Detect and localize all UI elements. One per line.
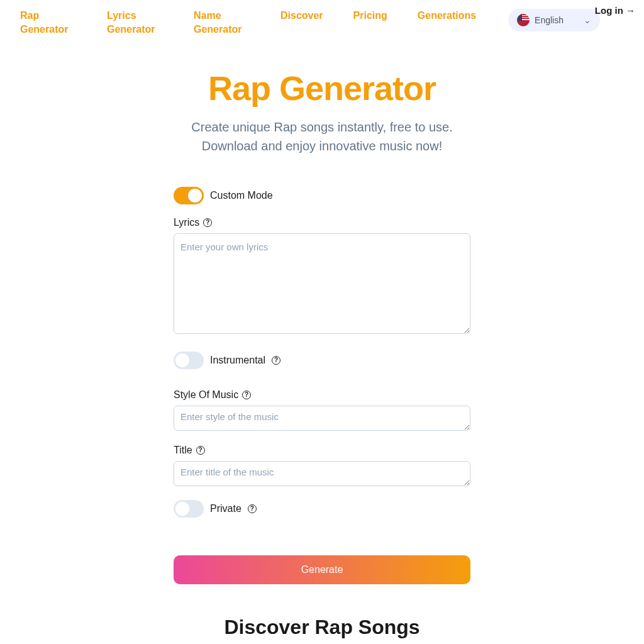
toggle-knob (175, 353, 189, 367)
private-toggle[interactable] (174, 500, 204, 518)
flag-icon (517, 14, 530, 26)
nav-discover[interactable]: Discover (280, 9, 323, 23)
custom-mode-toggle[interactable] (174, 187, 204, 204)
login-link[interactable]: Log in → (595, 4, 635, 18)
instrumental-label: Instrumental (210, 355, 265, 366)
generate-button[interactable]: Generate (174, 555, 470, 584)
help-icon[interactable]: ? (248, 504, 257, 513)
style-input[interactable] (174, 406, 470, 431)
lyrics-input[interactable] (174, 233, 470, 334)
help-icon[interactable]: ? (203, 218, 212, 227)
hero: Rap Generator Create unique Rap songs in… (0, 46, 644, 168)
nav-rap-generator[interactable]: Rap Generator (20, 9, 77, 37)
discover-title: Discover Rap Songs (0, 616, 644, 639)
page-title: Rap Generator (13, 69, 631, 108)
style-label: Style Of Music ? (174, 389, 470, 401)
nav-lyrics-generator[interactable]: Lyrics Generator (107, 9, 164, 37)
top-nav: Rap Generator Lyrics Generator Name Gene… (0, 0, 644, 46)
language-selector[interactable]: English ⌄ (508, 9, 600, 31)
instrumental-row: Instrumental ? (174, 352, 470, 369)
title-label-text: Title (174, 445, 192, 456)
style-label-text: Style Of Music (174, 389, 238, 401)
lyrics-label: Lyrics ? (174, 217, 470, 228)
generator-form: Custom Mode Lyrics ? Instrumental ? Styl… (161, 187, 483, 584)
title-input[interactable] (174, 461, 470, 486)
help-icon[interactable]: ? (272, 356, 280, 365)
language-label: English (535, 15, 564, 25)
nav-generations[interactable]: Generations (418, 9, 474, 23)
instrumental-toggle[interactable] (174, 352, 204, 369)
private-label: Private (210, 503, 242, 514)
title-label: Title ? (174, 445, 470, 456)
toggle-knob (188, 189, 202, 203)
toggle-knob (175, 502, 189, 516)
nav-name-generator[interactable]: Name Generator (194, 9, 250, 37)
help-icon[interactable]: ? (196, 446, 205, 455)
hero-subtitle-2: Download and enjoy innovative music now! (13, 136, 631, 155)
custom-mode-label: Custom Mode (210, 190, 273, 201)
help-icon[interactable]: ? (242, 391, 251, 399)
custom-mode-row: Custom Mode (174, 187, 470, 204)
private-row: Private ? (174, 500, 470, 518)
lyrics-label-text: Lyrics (174, 217, 199, 228)
nav-pricing[interactable]: Pricing (353, 9, 387, 23)
hero-subtitle-1: Create unique Rap songs instantly, free … (13, 118, 631, 136)
chevron-down-icon: ⌄ (584, 15, 591, 25)
